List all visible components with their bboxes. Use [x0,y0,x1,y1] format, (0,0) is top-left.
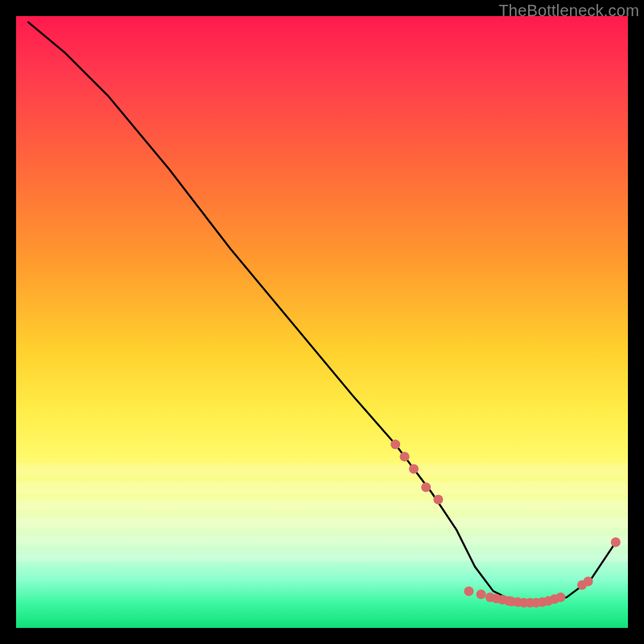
chart-marker [464,586,473,596]
chart-marker [421,482,431,492]
chart-marker [611,538,621,547]
chart-markers [390,440,621,608]
watermark-text: TheBottleneck.com [498,2,639,20]
chart-marker [390,440,400,449]
chart-marker [555,592,565,602]
chart-svg [16,16,628,628]
chart-marker [409,464,419,473]
chart-curve [28,23,616,604]
chart-marker [433,494,443,504]
chart-frame: TheBottleneck.com [0,0,644,644]
chart-marker [477,589,486,599]
chart-marker [584,576,593,586]
chart-marker [400,452,410,461]
